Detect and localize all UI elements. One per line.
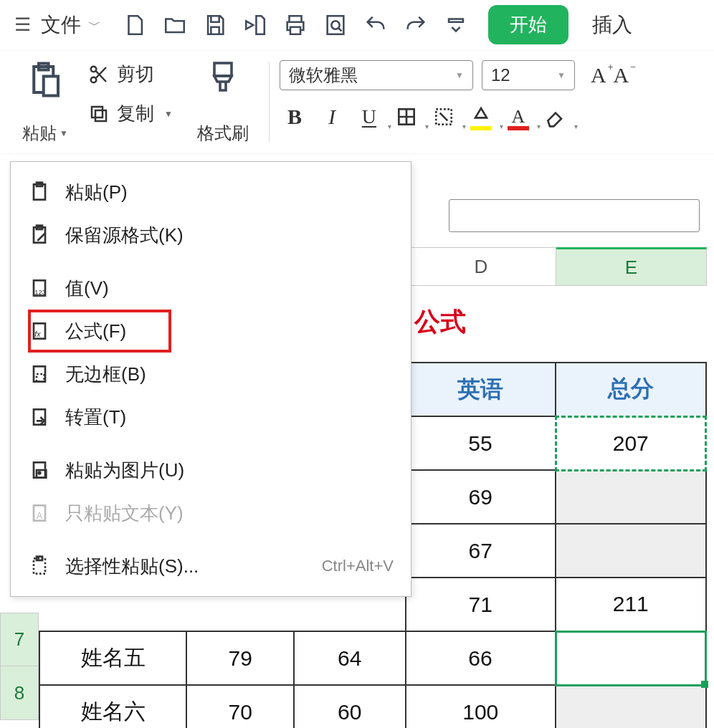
menu-as-picture-label: 粘贴为图片(U) <box>65 458 184 483</box>
header-total: 总分 <box>556 363 705 416</box>
undo-icon[interactable] <box>362 11 389 39</box>
highlight-button[interactable] <box>466 102 496 132</box>
header-english: 英语 <box>406 363 556 416</box>
svg-rect-9 <box>92 107 103 118</box>
paste-label: 粘贴 <box>22 122 57 145</box>
bold-button[interactable]: B <box>280 102 310 132</box>
svg-rect-10 <box>214 63 232 76</box>
menu-transpose[interactable]: 转置(T) <box>11 396 411 439</box>
cell-c8[interactable]: 60 <box>294 685 406 728</box>
clipboard-123-icon: 123 <box>28 277 51 300</box>
menu-paste-special[interactable]: 选择性粘贴(S)... Ctrl+Alt+V <box>11 545 411 588</box>
svg-point-26 <box>39 472 41 474</box>
clipboard-image-icon <box>28 459 51 482</box>
cell-c7[interactable]: 64 <box>294 631 406 685</box>
chevron-down-icon: ▼ <box>557 70 566 80</box>
dropdown-triangle-icon: ▼ <box>164 109 173 119</box>
new-icon[interactable] <box>121 11 148 39</box>
cell-e4[interactable] <box>556 470 705 524</box>
copy-icon <box>88 103 110 125</box>
chevron-down-icon[interactable]: ﹀ <box>88 16 101 34</box>
row-header-7[interactable]: 7 <box>0 613 39 666</box>
title-toolbar: ☰ 文件 ﹀ 开始 插入 <box>0 0 714 50</box>
file-menu[interactable]: 文件 <box>41 11 81 39</box>
separator <box>269 62 270 142</box>
customize-qat-icon[interactable] <box>442 11 470 39</box>
format-painter-label: 格式刷 <box>197 122 249 145</box>
font-group: 微软雅黑 ▼ 12 ▼ A+ A− B I U A <box>280 54 707 149</box>
save-icon[interactable] <box>201 11 229 39</box>
cell-e3[interactable]: 207 <box>556 416 705 470</box>
cell-e5[interactable] <box>556 524 705 578</box>
home-tab[interactable]: 开始 <box>488 5 568 44</box>
print-icon[interactable] <box>282 11 309 39</box>
menu-paste-special-label: 选择性粘贴(S)... <box>65 554 199 579</box>
italic-button[interactable]: I <box>317 102 347 132</box>
cell-a7[interactable]: 姓名五 <box>39 631 186 685</box>
menu-shortcut: Ctrl+Alt+V <box>322 557 394 575</box>
cell-d3[interactable]: 55 <box>406 416 556 470</box>
cell-b8[interactable]: 70 <box>186 685 294 728</box>
cell-e6[interactable]: 211 <box>556 578 705 631</box>
cell-e8[interactable] <box>556 685 705 728</box>
copy-button[interactable]: 复制▼ <box>88 101 173 126</box>
menu-paste[interactable]: 粘贴(P) <box>11 171 411 214</box>
column-header-e[interactable]: E <box>556 247 707 286</box>
row-header-8[interactable]: 8 <box>0 666 39 720</box>
menu-transpose-label: 转置(T) <box>65 405 126 430</box>
font-size-value: 12 <box>491 65 510 85</box>
clipboard-transpose-icon <box>28 406 51 428</box>
menu-no-border[interactable]: 无边框(B) <box>11 353 411 396</box>
print-preview-icon[interactable] <box>322 11 349 39</box>
clipboard-icon <box>28 181 51 203</box>
paste-split-button[interactable]: 粘贴▼ <box>13 54 77 149</box>
cut-button[interactable]: 剪切 <box>88 62 173 87</box>
fill-color-button[interactable] <box>429 102 459 132</box>
cell-e7[interactable] <box>556 631 705 685</box>
menu-as-picture[interactable]: 粘贴为图片(U) <box>11 449 411 492</box>
cell-d4[interactable]: 69 <box>406 470 556 524</box>
paste-dropdown-menu: 粘贴(P) 保留源格式(K) 123 值(V) fx 公式(F) 无边框(B) … <box>10 161 411 597</box>
borders-button[interactable] <box>391 102 422 132</box>
underline-button[interactable]: U <box>354 102 384 132</box>
cell-d6[interactable]: 71 <box>406 578 556 631</box>
menu-no-border-label: 无边框(B) <box>65 362 146 387</box>
open-icon[interactable] <box>161 11 189 39</box>
menu-values[interactable]: 123 值(V) <box>11 267 411 310</box>
svg-text:A: A <box>37 511 42 521</box>
eraser-button[interactable] <box>541 102 571 132</box>
cell-d8[interactable]: 100 <box>406 685 556 728</box>
redo-icon[interactable] <box>402 11 429 39</box>
cell-d7[interactable]: 66 <box>406 631 556 685</box>
format-painter-button[interactable]: 格式刷 <box>187 54 259 149</box>
cell-b7[interactable]: 79 <box>186 631 294 685</box>
font-name-select[interactable]: 微软雅黑 ▼ <box>280 60 473 90</box>
clipboard-noborder-icon <box>28 363 51 385</box>
menu-values-label: 值(V) <box>65 276 109 301</box>
font-color-button[interactable]: A <box>503 102 533 132</box>
decrease-font-button[interactable]: A− <box>614 63 629 87</box>
increase-font-button[interactable]: A+ <box>591 63 606 87</box>
formula-bar[interactable] <box>449 199 700 232</box>
title-fragment: 公式 <box>414 305 466 340</box>
menu-keep-source-format[interactable]: 保留源格式(K) <box>11 214 411 257</box>
quick-access-toolbar <box>121 11 470 39</box>
clipboard-pencil-icon <box>28 224 51 246</box>
insert-tab[interactable]: 插入 <box>592 11 632 39</box>
cell-a8[interactable]: 姓名六 <box>39 685 186 728</box>
copy-label: 复制 <box>117 101 154 126</box>
menu-formulas[interactable]: fx 公式(F) <box>11 310 411 353</box>
clipboard-icon <box>26 60 65 99</box>
ribbon: 粘贴▼ 剪切 复制▼ 格式刷 微软雅黑 ▼ 12 ▼ A+ A− <box>0 50 714 154</box>
menu-paste-label: 粘贴(P) <box>65 180 128 205</box>
column-header-d[interactable]: D <box>406 247 556 286</box>
menu-text-only: A 只粘贴文本(Y) <box>11 492 411 535</box>
cell-d5[interactable]: 67 <box>406 524 556 578</box>
export-icon[interactable] <box>242 11 269 39</box>
menu-keep-source-label: 保留源格式(K) <box>65 223 184 248</box>
font-size-select[interactable]: 12 ▼ <box>482 60 575 90</box>
svg-rect-22 <box>37 374 44 382</box>
column-headers: D E <box>406 247 707 286</box>
svg-point-7 <box>91 66 97 72</box>
hamburger-icon[interactable]: ☰ <box>14 14 31 36</box>
